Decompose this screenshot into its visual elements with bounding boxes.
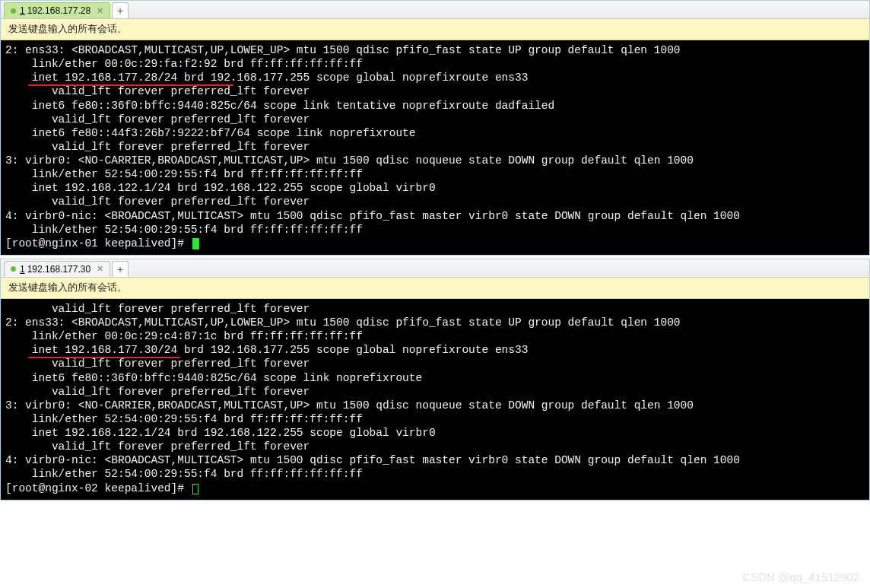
terminal-line: 3: virbr0: <NO-CARRIER,BROADCAST,MULTICA…: [5, 154, 865, 167]
terminal-line: valid_lft forever preferred_lft forever: [5, 302, 865, 316]
terminal-line: inet6 fe80::36f0:bffc:9440:825c/64 scope…: [5, 371, 865, 385]
terminal-prompt-line[interactable]: [root@nginx-02 keepalived]#: [5, 482, 865, 495]
terminal-line: inet 192.168.122.1/24 brd 192.168.122.25…: [5, 181, 865, 195]
tab-bar: 1192.168.177.28✕+: [1, 1, 869, 19]
terminal-line: inet6 fe80::36f0:bffc:9440:825c/64 scope…: [5, 99, 865, 113]
annotation-underline: [28, 84, 233, 86]
terminal-line: valid_lft forever preferred_lft forever: [5, 195, 865, 208]
add-tab-button[interactable]: +: [112, 261, 129, 277]
terminal-line: 2: ens33: <BROADCAST,MULTICAST,UP,LOWER_…: [5, 316, 865, 329]
broadcast-notice: 发送键盘输入的所有会话。: [1, 278, 869, 299]
status-dot-icon: [11, 266, 16, 272]
terminal-line: inet 192.168.177.28/24 brd 192.168.177.2…: [5, 71, 865, 84]
tab-label: 192.168.177.30: [27, 264, 90, 275]
close-icon[interactable]: ✕: [97, 264, 103, 274]
tab-label: 192.168.177.28: [27, 5, 90, 16]
terminal-line: 4: virbr0-nic: <BROADCAST,MULTICAST> mtu…: [5, 209, 865, 223]
terminal-output[interactable]: 2: ens33: <BROADCAST,MULTICAST,UP,LOWER_…: [1, 40, 869, 255]
terminal-line: 3: virbr0: <NO-CARRIER,BROADCAST,MULTICA…: [5, 399, 865, 412]
broadcast-notice: 发送键盘输入的所有会话。: [1, 19, 869, 40]
terminal-window: 1192.168.177.30✕+发送键盘输入的所有会话。 valid_lft …: [0, 259, 870, 501]
close-icon[interactable]: ✕: [97, 6, 103, 16]
terminal-line: link/ether 52:54:00:29:55:f4 brd ff:ff:f…: [5, 223, 865, 237]
terminal-line: 2: ens33: <BROADCAST,MULTICAST,UP,LOWER_…: [5, 43, 865, 57]
terminal-window: 1192.168.177.28✕+发送键盘输入的所有会话。2: ens33: <…: [0, 0, 870, 256]
tab-bar: 1192.168.177.30✕+: [1, 259, 869, 278]
tab-index: 1: [20, 5, 25, 16]
terminal-line: valid_lft forever preferred_lft forever: [5, 140, 865, 154]
terminal-line: valid_lft forever preferred_lft forever: [5, 113, 865, 126]
tab-index: 1: [20, 264, 25, 275]
annotation-underline: [28, 357, 180, 358]
session-tab[interactable]: 1192.168.177.28✕: [4, 2, 110, 18]
session-tab[interactable]: 1192.168.177.30✕: [4, 261, 110, 277]
terminal-output[interactable]: valid_lft forever preferred_lft forever2…: [1, 299, 869, 500]
terminal-line: valid_lft forever preferred_lft forever: [5, 440, 865, 453]
terminal-line: 4: virbr0-nic: <BROADCAST,MULTICAST> mtu…: [5, 453, 865, 467]
terminal-line: inet 192.168.122.1/24 brd 192.168.122.25…: [5, 426, 865, 440]
terminal-line: valid_lft forever preferred_lft forever: [5, 84, 865, 98]
terminal-line: link/ether 52:54:00:29:55:f4 brd ff:ff:f…: [5, 467, 865, 481]
terminal-line: link/ether 52:54:00:29:55:f4 brd ff:ff:f…: [5, 167, 865, 181]
prompt-text: [root@nginx-01 keepalived]#: [5, 237, 191, 250]
terminal-line: inet6 fe80::44f3:26b7:9222:bf7/64 scope …: [5, 126, 865, 140]
cursor-icon: [192, 484, 198, 494]
terminal-line: link/ether 52:54:00:29:55:f4 brd ff:ff:f…: [5, 412, 865, 426]
terminal-line: link/ether 00:0c:29:c4:87:1c brd ff:ff:f…: [5, 329, 865, 343]
cursor-icon: [192, 238, 199, 250]
add-tab-button[interactable]: +: [112, 2, 129, 18]
terminal-line: valid_lft forever preferred_lft forever: [5, 385, 865, 399]
terminal-line: inet 192.168.177.30/24 brd 192.168.177.2…: [5, 343, 865, 357]
terminal-prompt-line[interactable]: [root@nginx-01 keepalived]#: [5, 237, 865, 250]
prompt-text: [root@nginx-02 keepalived]#: [5, 482, 191, 494]
terminal-line: link/ether 00:0c:29:fa:f2:92 brd ff:ff:f…: [5, 57, 865, 71]
status-dot-icon: [11, 8, 16, 14]
terminal-line: valid_lft forever preferred_lft forever: [5, 357, 865, 370]
